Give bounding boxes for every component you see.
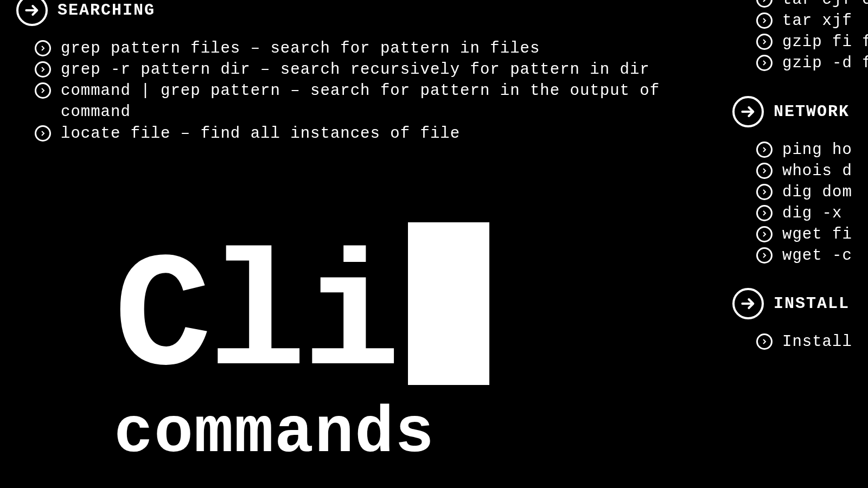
searching-title: SEARCHING [58,1,155,20]
networking-title: NETWORK [774,102,850,121]
item-text: gzip -d file [782,53,868,74]
item-text: dig dom [782,182,852,203]
list-item: gzip -d file [756,53,868,74]
list-item: grep -r pattern dir – search recursively… [35,59,711,80]
chevron-right-icon [35,82,51,99]
list-item: tar cjf compres [756,0,868,10]
chevron-right-icon [35,125,51,142]
list-item: locate file – find all instances of file [35,123,711,144]
installation-title: INSTALL [774,294,850,313]
logo-top-row: Cli [114,222,489,385]
item-text: grep pattern files – search for pattern … [61,38,540,59]
chevron-right-icon [756,184,773,200]
compression-items-tail: tar cjf compres tar xjf gzip fi file.gz … [732,0,868,74]
arrow-right-icon [732,96,764,127]
arrow-right-icon [16,0,48,26]
arrow-right-icon [732,288,764,319]
chevron-right-icon [756,247,773,264]
item-text: command | grep pattern – search for patt… [61,80,674,123]
list-item: Install [756,331,868,352]
item-text: dig -x [782,203,842,224]
chevron-right-icon [756,0,773,8]
chevron-right-icon [35,61,51,78]
item-text: tar cjf compres [782,0,868,10]
chevron-right-icon [756,333,773,350]
chevron-right-icon [756,55,773,71]
right-column: tar cjf compres tar xjf gzip fi file.gz … [732,0,868,353]
item-text: Install [782,331,852,352]
logo-sub-text: commands [114,401,489,466]
list-item: tar xjf [756,10,868,31]
item-text: gzip fi file.gz [782,31,868,53]
logo-main-text: Cli [114,255,397,385]
item-text: whois d [782,160,852,182]
chevron-right-icon [756,142,773,158]
list-item: command | grep pattern – search for patt… [35,80,711,123]
list-item: wget -c [756,245,868,266]
chevron-right-icon [756,34,773,50]
list-item: gzip fi file.gz [756,31,868,53]
networking-heading: NETWORK [732,96,868,127]
searching-heading: SEARCHING [16,0,711,26]
list-item: dig -x [756,203,868,224]
item-text: ping ho [782,139,852,160]
networking-items: ping ho whois d dig dom dig -x wget fi w… [732,139,868,267]
cursor-block-icon [408,222,489,385]
chevron-right-icon [35,40,51,56]
item-text: grep -r pattern dir – search recursively… [61,59,650,80]
installation-items: Install [732,331,868,352]
chevron-right-icon [756,163,773,179]
cli-logo: Cli commands [114,222,489,466]
chevron-right-icon [756,12,773,29]
list-item: dig dom [756,182,868,203]
list-item: wget fi [756,224,868,245]
list-item: ping ho [756,139,868,160]
searching-items: grep pattern files – search for pattern … [16,38,711,144]
item-text: locate file – find all instances of file [61,123,460,144]
installation-heading: INSTALL [732,288,868,319]
item-text: tar xjf [782,10,852,31]
chevron-right-icon [756,205,773,221]
list-item: grep pattern files – search for pattern … [35,38,711,59]
list-item: whois d [756,160,868,182]
item-text: wget -c [782,245,852,266]
item-text: wget fi [782,224,852,245]
left-column: SEARCHING grep pattern files – search fo… [16,0,711,144]
chevron-right-icon [756,226,773,242]
